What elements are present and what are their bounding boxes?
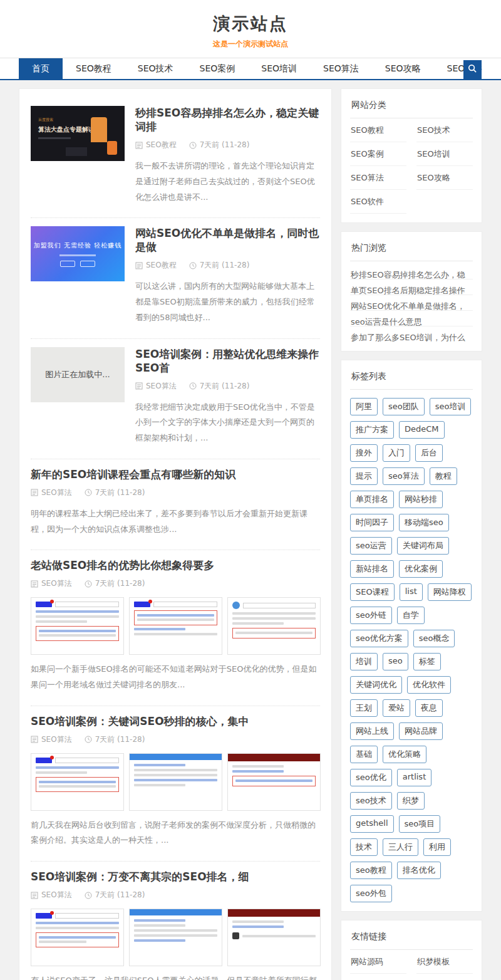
- sidebar-category-link[interactable]: SEO算法: [350, 166, 406, 190]
- tag-link[interactable]: seo团队: [383, 398, 425, 415]
- tag-link[interactable]: seo算法: [383, 467, 425, 485]
- tag-link[interactable]: 阿里: [350, 398, 378, 415]
- tag-link[interactable]: 网站降权: [428, 583, 472, 601]
- sidebar-category-link[interactable]: SEO攻略: [416, 166, 473, 190]
- article-title[interactable]: SEO培训案例：万变不离其宗的SEO排名，细: [31, 870, 320, 884]
- article-category[interactable]: SEO算法: [41, 734, 72, 745]
- tag-link[interactable]: SEO课程: [350, 583, 395, 601]
- tag-link[interactable]: seo优化方案: [350, 630, 408, 647]
- nav-item[interactable]: SEO教程: [63, 58, 125, 79]
- tag-link[interactable]: 推广方案: [350, 421, 394, 439]
- tag-link[interactable]: seo外链: [350, 607, 392, 624]
- screenshot-image[interactable]: [129, 597, 222, 655]
- tag-link[interactable]: seo概念: [413, 630, 455, 647]
- friend-link[interactable]: 织梦模板: [416, 950, 473, 974]
- tag-link[interactable]: 新站排名: [350, 560, 394, 578]
- tag-link[interactable]: 提示: [350, 467, 378, 485]
- tag-link[interactable]: seo运营: [350, 537, 392, 555]
- tag-link[interactable]: 网站上线: [350, 722, 394, 740]
- screenshot-image[interactable]: [227, 753, 321, 811]
- article-thumbnail[interactable]: 百度搜索 算法大盘点专题解读: [31, 106, 125, 161]
- hot-article-link[interactable]: 参加了那么多SEO培训，为什么你还是不会: [350, 326, 473, 342]
- nav-item[interactable]: SEO培训: [248, 58, 310, 79]
- tag-link[interactable]: seo: [383, 653, 408, 670]
- nav-item[interactable]: SEO案例: [187, 58, 249, 79]
- tag-link[interactable]: 自学: [397, 607, 425, 624]
- hot-article-link[interactable]: 网站SEO优化不单单是做排名，同时: [350, 295, 473, 311]
- tag-link[interactable]: 培训: [350, 653, 378, 670]
- sidebar-category-link[interactable]: SEO案例: [350, 142, 406, 166]
- article-category[interactable]: SEO算法: [41, 487, 72, 498]
- article-title[interactable]: SEO培训案例：用整站优化思维来操作SEO首: [135, 347, 320, 375]
- nav-item[interactable]: SEO技术: [125, 58, 187, 79]
- nav-item[interactable]: 首页: [19, 58, 63, 79]
- tag-link[interactable]: 搜外: [350, 444, 378, 462]
- tag-link[interactable]: 优化软件: [407, 676, 451, 694]
- sidebar-category-link[interactable]: SEO教程: [350, 118, 406, 142]
- screenshot-image[interactable]: [227, 597, 321, 655]
- screenshot-image[interactable]: [31, 909, 124, 966]
- screenshot-image[interactable]: [129, 753, 222, 811]
- sidebar-category-link[interactable]: SEO技术: [416, 118, 473, 142]
- tag-link[interactable]: 织梦: [397, 792, 425, 810]
- tag-link[interactable]: 优化案例: [399, 560, 443, 578]
- screenshot-image[interactable]: [227, 909, 321, 966]
- article-category[interactable]: SEO算法: [41, 890, 72, 900]
- tag-link[interactable]: 入门: [383, 444, 410, 462]
- article-title[interactable]: 网站SEO优化不单单是做排名，同时也是做: [135, 226, 320, 254]
- friend-link[interactable]: dedecms模板: [416, 974, 473, 980]
- tag-link[interactable]: 王划: [350, 699, 378, 717]
- nav-item[interactable]: SEO攻略: [372, 58, 434, 79]
- tag-link[interactable]: getshell: [350, 815, 394, 833]
- tag-link[interactable]: seo优化: [350, 769, 392, 786]
- friend-link[interactable]: 模版下载: [350, 974, 406, 980]
- tag-link[interactable]: 夜息: [415, 699, 443, 717]
- tag-link[interactable]: seo项目: [399, 815, 441, 833]
- tag-link[interactable]: 排名优化: [397, 862, 441, 879]
- tag-link[interactable]: seo外包: [350, 885, 392, 902]
- article-category[interactable]: SEO教程: [146, 260, 177, 271]
- tag-link[interactable]: DedeCM: [399, 421, 445, 439]
- tag-link[interactable]: 单页排名: [350, 491, 394, 508]
- article-title[interactable]: SEO培训案例：关键词SEO秒排的核心，集中: [31, 714, 320, 728]
- nav-item[interactable]: SEO算法: [310, 58, 372, 79]
- article-title[interactable]: 新年的SEO培训课程会重点有哪些新的知识: [31, 467, 320, 481]
- article-category[interactable]: SEO算法: [41, 578, 72, 589]
- screenshot-image[interactable]: [129, 909, 222, 966]
- search-button[interactable]: [463, 60, 482, 79]
- hot-article-link[interactable]: 秒排SEO容易掉排名怎么办，稳定关键词排: [350, 264, 473, 279]
- article-category[interactable]: SEO算法: [146, 381, 177, 392]
- article-category[interactable]: SEO教程: [146, 140, 177, 150]
- sidebar-category-link[interactable]: SEO软件: [350, 190, 406, 214]
- tag-link[interactable]: artlist: [397, 769, 432, 786]
- article-title[interactable]: 老站做SEO排名的优势比你想象得要多: [31, 558, 320, 572]
- article-thumbnail[interactable]: 图片正在加载中...: [31, 347, 125, 402]
- tag-link[interactable]: 关键词优化: [350, 676, 402, 694]
- tag-link[interactable]: 网站秒排: [399, 491, 443, 508]
- tag-link[interactable]: 标签: [413, 653, 441, 670]
- article-thumbnail[interactable]: 加盟我们 无需经验 轻松赚钱: [31, 226, 125, 281]
- tag-link[interactable]: 基础: [350, 746, 378, 763]
- tag-link[interactable]: 移动端seo: [399, 514, 449, 531]
- tag-link[interactable]: 关键词布局: [397, 537, 449, 555]
- hot-article-link[interactable]: 单页SEO排名后期稳定排名操作之长: [350, 279, 473, 295]
- tag-link[interactable]: 教程: [430, 467, 457, 485]
- friend-link[interactable]: 网站源码: [350, 950, 406, 974]
- tag-link[interactable]: seo培训: [430, 398, 472, 415]
- tag-link[interactable]: 网站品牌: [399, 722, 443, 740]
- tag-link[interactable]: 爱站: [383, 699, 410, 717]
- tag-link[interactable]: 优化策略: [383, 746, 426, 763]
- tag-link[interactable]: list: [400, 583, 423, 601]
- tag-link[interactable]: 技术: [350, 838, 378, 856]
- tag-link[interactable]: seo教程: [350, 862, 392, 879]
- hot-article-link[interactable]: seo运营是什么意思: [350, 311, 473, 326]
- tag-link[interactable]: seo技术: [350, 792, 392, 810]
- tag-link[interactable]: 利用: [423, 838, 451, 856]
- article-title[interactable]: 秒排SEO容易掉排名怎么办，稳定关键词排: [135, 106, 320, 133]
- screenshot-image[interactable]: [31, 597, 124, 655]
- sidebar-category-link[interactable]: SEO培训: [416, 142, 473, 166]
- tag-link[interactable]: 三人行: [383, 838, 418, 856]
- screenshot-image[interactable]: [31, 753, 124, 811]
- tag-link[interactable]: 时间因子: [350, 514, 394, 531]
- tag-link[interactable]: 后台: [415, 444, 443, 462]
